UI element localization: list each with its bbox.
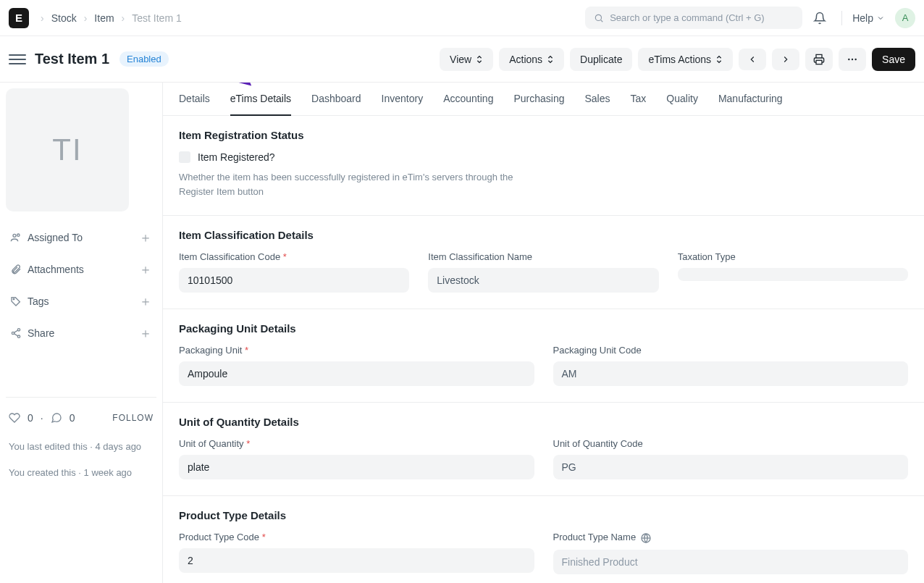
- globe-icon: [640, 532, 652, 544]
- sidebar-item-label: Attachments: [28, 264, 84, 275]
- unit-of-quantity-code-input[interactable]: PG: [553, 455, 909, 479]
- divider: [6, 397, 156, 398]
- sidebar-item-label: Tags: [28, 295, 49, 307]
- more-menu[interactable]: [839, 48, 866, 71]
- etims-actions-menu[interactable]: eTims Actions: [638, 48, 733, 71]
- svg-line-1: [601, 20, 603, 22]
- save-button[interactable]: Save: [872, 48, 915, 71]
- help-menu[interactable]: Help: [852, 12, 885, 24]
- tab-manufacturing[interactable]: Manufacturing: [718, 83, 783, 116]
- unit-of-quantity-input[interactable]: plate: [179, 455, 534, 479]
- chevron-right-icon: [781, 54, 791, 64]
- checkbox-label: Item Registered?: [198, 151, 275, 163]
- actions-label: Actions: [509, 54, 542, 65]
- prev-record-button[interactable]: [739, 49, 766, 70]
- breadcrumb-current: Test Item 1: [132, 12, 181, 24]
- engagement-row: 0 · 0 FOLLOW: [6, 408, 156, 428]
- plus-icon: ＋: [139, 229, 152, 246]
- etims-actions-label: eTims Actions: [648, 54, 711, 65]
- chevron-right-icon: ›: [41, 12, 44, 24]
- svg-point-4: [852, 58, 853, 59]
- tab-inventory[interactable]: Inventory: [382, 83, 424, 116]
- search-input[interactable]: Search or type a command (Ctrl + G): [585, 7, 802, 29]
- users-icon: [10, 232, 22, 243]
- packaging-unit-input[interactable]: Ampoule: [179, 361, 534, 386]
- chevron-down-icon: [876, 14, 885, 22]
- dot-separator: ·: [41, 412, 43, 424]
- main-panel: Details eTims Details Dashboard Inventor…: [162, 83, 924, 583]
- next-record-button[interactable]: [772, 49, 799, 70]
- tab-dashboard[interactable]: Dashboard: [311, 83, 361, 116]
- sidebar-item-label: Assigned To: [28, 232, 83, 243]
- chevron-right-icon: ›: [84, 12, 88, 24]
- field-label: Item Classification Code *: [179, 251, 409, 262]
- tab-accounting[interactable]: Accounting: [443, 83, 493, 116]
- tab-etims-details[interactable]: eTims Details: [230, 83, 291, 116]
- field-label: Packaging Unit *: [179, 345, 534, 356]
- section-product-type: Product Type Details Product Type Code *…: [163, 496, 924, 583]
- item-classification-name-input[interactable]: Livestock: [428, 268, 658, 293]
- view-label: View: [450, 54, 471, 65]
- actions-menu[interactable]: Actions: [499, 48, 564, 71]
- svg-point-7: [17, 234, 20, 236]
- plus-icon: ＋: [139, 293, 152, 310]
- paperclip-icon: [10, 264, 22, 275]
- product-type-code-input[interactable]: 2: [179, 548, 534, 573]
- plus-icon: ＋: [139, 261, 152, 278]
- help-text: Whether the item has been successfully r…: [179, 170, 526, 199]
- field-label: Unit of Quantity *: [179, 438, 534, 449]
- tab-sales[interactable]: Sales: [585, 83, 610, 116]
- print-button[interactable]: [805, 48, 833, 71]
- sidebar-item-tags[interactable]: Tags ＋: [7, 285, 155, 317]
- created-meta: You created this · 1 week ago: [6, 458, 156, 480]
- field-label: Product Type Name: [553, 532, 909, 544]
- avatar[interactable]: A: [895, 8, 915, 28]
- tab-details[interactable]: Details: [179, 83, 210, 116]
- breadcrumb: › Stock › Item › Test Item 1: [41, 12, 182, 24]
- svg-point-5: [855, 58, 857, 59]
- sidebar-item-label: Share: [28, 327, 54, 339]
- item-classification-code-input[interactable]: 10101500: [179, 268, 409, 293]
- app-logo[interactable]: E: [9, 8, 29, 28]
- field-label: Unit of Quantity Code: [553, 438, 909, 449]
- svg-rect-2: [816, 60, 822, 64]
- item-thumbnail[interactable]: TI: [6, 88, 129, 211]
- svg-line-12: [14, 330, 17, 332]
- svg-point-6: [13, 234, 16, 237]
- packaging-unit-code-input[interactable]: AM: [553, 361, 909, 386]
- search-placeholder: Search or type a command (Ctrl + G): [610, 12, 765, 23]
- view-menu[interactable]: View: [440, 48, 493, 71]
- item-registered-checkbox[interactable]: Item Registered?: [179, 151, 908, 163]
- actionbar: Test Item 1 Enabled View Actions Duplica…: [0, 36, 924, 83]
- select-icon: [476, 54, 483, 64]
- share-icon: [10, 327, 22, 339]
- follow-button[interactable]: FOLLOW: [112, 413, 154, 423]
- tab-quality[interactable]: Quality: [666, 83, 698, 116]
- tabs: Details eTims Details Dashboard Inventor…: [163, 83, 924, 116]
- product-type-name-input[interactable]: Finished Product: [553, 550, 909, 574]
- section-heading: Unit of Quantity Details: [179, 416, 908, 428]
- comment-icon[interactable]: [51, 412, 62, 424]
- field-label: Item Classification Name: [428, 251, 658, 262]
- sidebar-item-share[interactable]: Share ＋: [7, 317, 155, 349]
- sidebar-item-attachments[interactable]: Attachments ＋: [7, 253, 155, 285]
- tab-purchasing[interactable]: Purchasing: [513, 83, 564, 116]
- tab-tax[interactable]: Tax: [631, 83, 647, 116]
- notifications-button[interactable]: [808, 7, 831, 30]
- taxation-type-input[interactable]: [678, 268, 908, 281]
- breadcrumb-stock[interactable]: Stock: [51, 12, 77, 24]
- svg-line-13: [14, 334, 17, 336]
- sidebar-item-assigned-to[interactable]: Assigned To ＋: [7, 222, 155, 253]
- section-heading: Item Classification Details: [179, 229, 908, 241]
- heart-icon[interactable]: [9, 412, 20, 424]
- field-label: Packaging Unit Code: [553, 345, 909, 356]
- svg-point-0: [596, 14, 602, 20]
- duplicate-button[interactable]: Duplicate: [570, 48, 632, 71]
- breadcrumb-item[interactable]: Item: [94, 12, 114, 24]
- sidebar-toggle[interactable]: [9, 51, 26, 68]
- section-heading: Packaging Unit Details: [179, 322, 908, 335]
- chevron-left-icon: [747, 54, 757, 64]
- page-title: Test Item 1: [35, 51, 109, 67]
- tag-icon: [10, 295, 22, 307]
- plus-icon: ＋: [139, 324, 152, 342]
